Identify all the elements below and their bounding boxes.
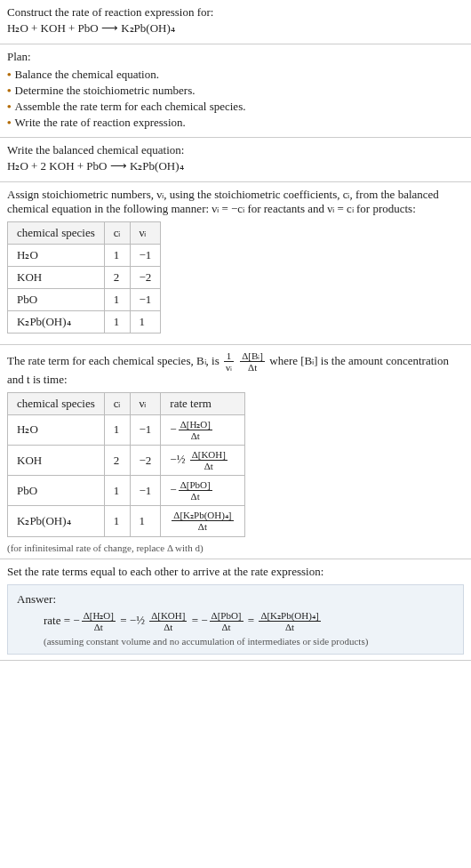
cell-ci: 2 [104, 266, 130, 288]
rate-frac: Δ[KOH]Δt [148, 610, 188, 632]
bullet-icon: • [7, 116, 15, 129]
frac-den: νᵢ [224, 362, 234, 373]
assign-text: Assign stoichiometric numbers, νᵢ, using… [7, 188, 464, 216]
cell-vi: −2 [130, 445, 161, 475]
cell-ci: 1 [104, 414, 130, 445]
rate-frac: Δ[PbO]Δt [208, 610, 245, 632]
rate-pre: − [73, 613, 79, 626]
col-species: chemical species [8, 392, 105, 414]
rate-frac: Δ[H₂O]Δt [177, 419, 214, 441]
plan-item: •Balance the chemical equation. [7, 68, 464, 82]
eq-sep: = [120, 613, 130, 626]
cell-species: K₂Pb(OH)₄ [8, 506, 105, 536]
frac-num: Δ[K₂Pb(OH)₄] [259, 610, 320, 622]
frac-num: Δ[Bᵢ] [240, 350, 265, 362]
table-row: H₂O 1 −1 −Δ[H₂O]Δt [8, 414, 245, 445]
table-row: H₂O 1 −1 [8, 244, 161, 266]
rate-frac: Δ[H₂O]Δt [80, 610, 117, 632]
cell-ci: 1 [104, 506, 130, 536]
rate-pre: − [170, 483, 176, 496]
col-rate: rate term [161, 392, 244, 414]
eq-sep: = [248, 613, 258, 626]
intro-line: Construct the rate of reaction expressio… [7, 5, 464, 20]
frac-num: Δ[H₂O] [179, 419, 212, 430]
table-row: KOH 2 −2 −½ Δ[KOH]Δt [8, 445, 245, 475]
col-ci: cᵢ [104, 221, 130, 244]
rate-pre: − [201, 613, 207, 626]
final-section: Set the rate terms equal to each other t… [0, 559, 471, 661]
answer-box: Answer: rate = −Δ[H₂O]Δt = −½ Δ[KOH]Δt =… [7, 584, 464, 655]
frac-den: Δt [190, 461, 228, 471]
frac-delta-bi: Δ[Bᵢ] Δt [238, 350, 267, 373]
rate-term-text: The rate term for each chemical species,… [7, 350, 464, 387]
frac-den: Δt [240, 362, 265, 373]
frac-den: Δt [210, 622, 243, 632]
rate-frac: Δ[PbO]Δt [177, 479, 214, 502]
cell-species: KOH [8, 266, 105, 288]
table-row: PbO 1 −1 −Δ[PbO]Δt [8, 476, 245, 506]
frac-num: Δ[PbO] [210, 610, 243, 622]
cell-species: PbO [8, 288, 105, 310]
eq-sep: = [192, 613, 202, 626]
frac-den: Δt [82, 622, 116, 632]
rate-pre: −½ [130, 613, 148, 626]
rate-term-text-a: The rate term for each chemical species,… [7, 353, 222, 366]
cell-rate: −Δ[PbO]Δt [161, 476, 244, 506]
answer-label: Answer: [17, 592, 454, 607]
plan-item: •Assemble the rate term for each chemica… [7, 100, 464, 114]
cell-rate: −½ Δ[KOH]Δt [161, 445, 244, 475]
col-ci: cᵢ [104, 392, 130, 414]
rate-frac: Δ[KOH]Δt [188, 449, 229, 471]
assign-section: Assign stoichiometric numbers, νᵢ, using… [0, 182, 471, 345]
cell-vi: −1 [130, 288, 161, 310]
frac-one-over-nu: 1 νᵢ [222, 350, 236, 373]
frac-den: Δt [179, 430, 212, 441]
plan-section: Plan: •Balance the chemical equation. •D… [0, 44, 471, 138]
col-vi: νᵢ [130, 392, 161, 414]
table-row: KOH 2 −2 [8, 266, 161, 288]
plan-item: •Write the rate of reaction expression. [7, 116, 464, 130]
bullet-icon: • [7, 100, 15, 113]
rate-term-section: The rate term for each chemical species,… [0, 345, 471, 559]
rate-pre: − [170, 422, 176, 435]
cell-species: KOH [8, 445, 105, 475]
intro-equation: H₂O + KOH + PbO ⟶ K₂Pb(OH)₄ [7, 20, 464, 38]
plan-item: •Determine the stoichiometric numbers. [7, 84, 464, 98]
frac-num: Δ[KOH] [149, 610, 187, 622]
answer-equation: rate = −Δ[H₂O]Δt = −½ Δ[KOH]Δt = −Δ[PbO]… [17, 610, 454, 632]
cell-species: PbO [8, 476, 105, 506]
intro-section: Construct the rate of reaction expressio… [0, 0, 471, 44]
cell-vi: −2 [130, 266, 161, 288]
bullet-icon: • [7, 84, 15, 97]
plan-item-text: Write the rate of reaction expression. [15, 116, 186, 129]
rate-term-table: chemical species cᵢ νᵢ rate term H₂O 1 −… [7, 392, 245, 537]
frac-den: Δt [172, 521, 233, 532]
frac-num: Δ[PbO] [179, 479, 212, 491]
table-row: K₂Pb(OH)₄ 1 1 [8, 310, 161, 333]
cell-species: K₂Pb(OH)₄ [8, 310, 105, 333]
frac-den: Δt [259, 622, 320, 632]
plan-heading: Plan: [7, 50, 464, 64]
balanced-section: Write the balanced chemical equation: H₂… [0, 138, 471, 182]
cell-vi: 1 [130, 506, 161, 536]
cell-vi: −1 [130, 414, 161, 445]
cell-ci: 1 [104, 244, 130, 266]
bullet-icon: • [7, 68, 15, 81]
col-species: chemical species [8, 221, 105, 244]
rate-pre: −½ [170, 453, 188, 466]
cell-ci: 1 [104, 476, 130, 506]
table-row: PbO 1 −1 [8, 288, 161, 310]
frac-den: Δt [149, 622, 187, 632]
plan-list: •Balance the chemical equation. •Determi… [7, 68, 464, 130]
cell-species: H₂O [8, 414, 105, 445]
frac-num: Δ[KOH] [190, 449, 228, 461]
frac-num: 1 [224, 350, 234, 362]
cell-vi: 1 [130, 310, 161, 333]
cell-vi: −1 [130, 476, 161, 506]
cell-vi: −1 [130, 244, 161, 266]
cell-ci: 1 [104, 288, 130, 310]
plan-item-text: Determine the stoichiometric numbers. [15, 84, 196, 97]
stoich-table: chemical species cᵢ νᵢ H₂O 1 −1 KOH 2 −2… [7, 221, 161, 334]
cell-rate: −Δ[H₂O]Δt [161, 414, 244, 445]
answer-note: (assuming constant volume and no accumul… [17, 636, 454, 647]
